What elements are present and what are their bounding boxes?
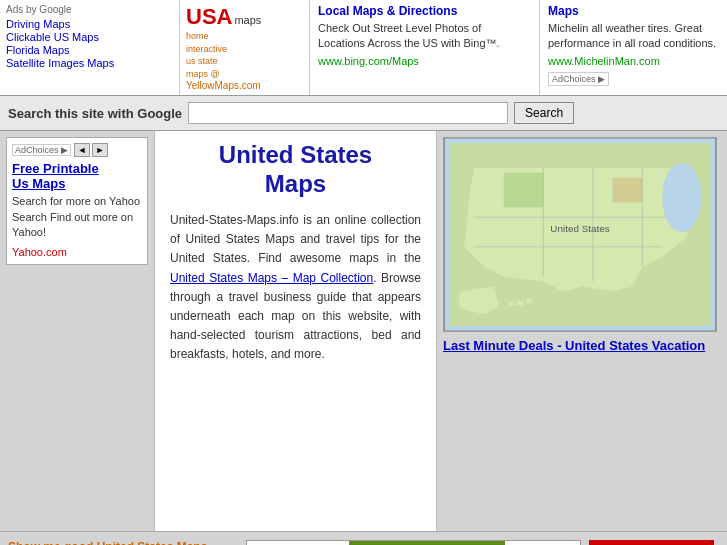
michelin-ad: Maps Michelin all weather tires. Great p…: [540, 0, 727, 95]
svg-rect-10: [613, 178, 643, 203]
search-bar: Search this site with Google Search: [0, 96, 727, 131]
local-maps-title[interactable]: Local Maps & Directions: [318, 4, 531, 18]
nat-geo-ad[interactable]: NATIONAL GEOGRAPHIC Go Green SHOP NOW: [246, 540, 581, 545]
adchoices-bar: AdChoices ▶ ◄ ►: [12, 143, 142, 157]
satellite-images-maps-link[interactable]: Satellite Images Maps: [6, 57, 173, 69]
ad-prev-button[interactable]: ◄: [74, 143, 90, 157]
bottom-center: NATIONAL GEOGRAPHIC Go Green SHOP NOW Se…: [246, 540, 581, 545]
center-content: United States Maps United-States-Maps.in…: [155, 131, 437, 531]
svg-point-8: [662, 163, 702, 232]
search-input[interactable]: [188, 102, 508, 124]
bottom-section: Show me good United States Maps... Unite…: [0, 532, 727, 545]
michelin-desc: Michelin all weather tires. Great perfor…: [548, 21, 719, 52]
svg-rect-13: [517, 301, 524, 306]
ads-by-google-column: Ads by Google Driving Maps Clickable US …: [0, 0, 180, 95]
map-collection-link[interactable]: United States Maps – Map Collection: [170, 271, 373, 285]
sidebar-ad-body: Search for more on Yahoo Search Find out…: [12, 194, 142, 240]
svg-rect-12: [509, 302, 514, 306]
us-map-visual: United States: [444, 138, 716, 331]
go-green-box: Go Green: [349, 541, 505, 545]
bottom-left: Show me good United States Maps... Unite…: [8, 540, 238, 545]
michelin-adchoices[interactable]: AdChoices ▶: [548, 72, 609, 86]
svg-text:United States: United States: [550, 223, 609, 234]
clickable-us-maps-link[interactable]: Clickable US Maps: [6, 31, 173, 43]
intro-text: United-States-Maps.info is an online col…: [170, 211, 421, 365]
left-sidebar: AdChoices ▶ ◄ ► Free Printable Us Maps S…: [0, 131, 155, 531]
show-me-heading: Show me good United States Maps...: [8, 540, 238, 545]
driving-maps-link[interactable]: Driving Maps: [6, 18, 173, 30]
yahoo-link[interactable]: Yahoo.com: [12, 246, 67, 258]
bottom-right: [589, 540, 719, 545]
search-button[interactable]: Search: [514, 102, 574, 124]
svg-rect-14: [527, 299, 533, 305]
sidebar-ad-headline[interactable]: Free Printable Us Maps: [12, 161, 142, 191]
local-maps-desc: Check Out Street Level Photos of Locatio…: [318, 21, 531, 52]
nat-geo-box: NATIONAL GEOGRAPHIC Go Green SHOP NOW: [247, 541, 580, 545]
last-minute-deals-link[interactable]: Last Minute Deals - United States Vacati…: [443, 338, 721, 353]
michelin-title[interactable]: Maps: [548, 4, 719, 18]
florida-maps-link[interactable]: Florida Maps: [6, 44, 173, 56]
usa-maps-ad: USA maps home interactive us state maps …: [180, 0, 310, 95]
adchoices-nav: ◄ ►: [74, 143, 108, 157]
usa-title: USA: [186, 4, 232, 30]
lizard-ad-box[interactable]: [589, 540, 714, 545]
adchoices-icon[interactable]: AdChoices ▶: [12, 144, 71, 156]
sidebar-ad-box: AdChoices ▶ ◄ ► Free Printable Us Maps S…: [6, 137, 148, 264]
page-title: United States Maps: [170, 141, 421, 199]
search-label: Search this site with Google: [8, 106, 182, 121]
right-sidebar: United States Last Minute Deals - United…: [437, 131, 727, 531]
local-maps-link[interactable]: www.bing.com/Maps: [318, 55, 419, 67]
yellow-maps-link[interactable]: YellowMaps.com: [186, 80, 303, 91]
michelin-link[interactable]: www.MichelinMan.com: [548, 55, 660, 67]
local-maps-ad: Local Maps & Directions Check Out Street…: [310, 0, 540, 95]
ad-next-button[interactable]: ►: [92, 143, 108, 157]
usa-subtitle: home interactive us state maps @: [186, 30, 303, 80]
map-image-container: United States: [443, 137, 717, 332]
maps-word: maps: [234, 14, 261, 26]
svg-rect-9: [504, 173, 544, 208]
main-content: AdChoices ▶ ◄ ► Free Printable Us Maps S…: [0, 131, 727, 531]
ads-by-google-label: Ads by Google: [6, 4, 173, 15]
top-ad-bar: Ads by Google Driving Maps Clickable US …: [0, 0, 727, 96]
